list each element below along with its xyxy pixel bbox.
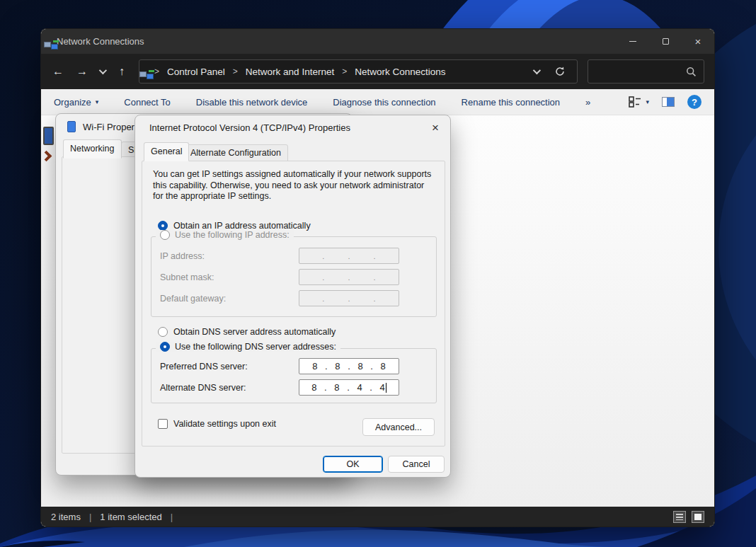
toolbar-overflow-button[interactable]: » [585,97,590,108]
cancel-button[interactable]: Cancel [388,456,445,473]
radio-obtain-ip[interactable] [158,221,168,231]
ip-address-label: IP address: [160,251,205,261]
icons-view-icon [694,514,701,520]
help-button[interactable]: ? [687,95,701,109]
validate-checkbox[interactable] [158,419,168,429]
preferred-dns-label: Preferred DNS server: [160,362,248,372]
view-caret-icon: ▾ [646,98,649,105]
change-view-button[interactable]: ▾ [629,96,649,108]
preferred-dns-field[interactable]: 8 . 8 . 8 . 8 [299,358,399,374]
icons-view-button[interactable] [692,511,704,523]
radio-obtain-ip-label: Obtain an IP address automatically [173,221,311,231]
search-icon [686,67,697,77]
address-dropdown-chevron-icon[interactable] [533,67,541,74]
radio-use-ip-label: Use the following IP address: [175,230,290,240]
preferred-dns-value: 8 . 8 . 8 . 8 [312,361,385,372]
close-button[interactable]: × [682,29,714,54]
radio-use-ip[interactable] [160,230,170,240]
radio-use-dns-label: Use the following DNS server addresses: [175,342,336,352]
view-options-icon [629,96,641,108]
breadcrumb-separator: > [231,67,240,76]
default-gateway-field: . . . [299,290,399,306]
status-separator: | [89,512,91,522]
details-view-button[interactable] [673,511,686,523]
disconnected-x-icon-fragment [41,151,52,162]
breadcrumb-network-and-internet[interactable]: Network and Internet [246,67,334,77]
items-count: 2 items [51,512,81,522]
default-gateway-label: Default gateway: [160,294,226,304]
use-dns-group: Use the following DNS server addresses: … [151,348,437,403]
preview-pane-button[interactable] [662,97,675,107]
network-item-icon-fragment [43,127,54,145]
tab-networking[interactable]: Networking [63,139,122,159]
breadcrumb-control-panel[interactable]: Control Panel [167,67,225,77]
command-toolbar: Organize ▾ Connect To Disable this netwo… [41,89,714,115]
ip-address-field: . . . [299,248,399,264]
up-button[interactable]: ↑ [115,65,129,78]
use-ip-group: Use the following IP address: IP address… [151,236,437,317]
forward-button[interactable]: → [75,65,89,78]
window-title: Network Connections [57,36,144,47]
alternate-dns-value: 8 . 8 . 4 . 4 [311,382,384,393]
radio-use-dns[interactable] [160,342,170,352]
subnet-mask-label: Subnet mask: [160,272,214,282]
refresh-icon[interactable] [554,66,566,77]
details-view-icon [676,514,683,520]
validate-label: Validate settings upon exit [173,419,276,429]
alternate-dns-field[interactable]: 8 . 8 . 4 . 4 [299,379,399,396]
organize-label: Organize [54,97,91,108]
close-icon: × [695,36,701,47]
minimize-icon [629,41,636,42]
advanced-button[interactable]: Advanced... [362,418,435,436]
organize-menu[interactable]: Organize ▾ [54,97,98,108]
intro-text: You can get IP settings assigned automat… [153,169,432,202]
ipv4-properties-dialog: Internet Protocol Version 4 (TCP/IPv4) P… [134,115,451,478]
rename-connection-command[interactable]: Rename this connection [462,97,560,108]
diagnose-connection-command[interactable]: Diagnose this connection [333,97,435,108]
radio-obtain-dns-label: Obtain DNS server address automatically [173,327,336,337]
organize-caret-icon: ▾ [96,98,99,105]
recent-locations-chevron-icon[interactable] [99,67,107,74]
back-button[interactable]: ← [51,65,65,78]
status-bar: 2 items | 1 item selected | [41,507,714,526]
navigation-bar: ← → ↑ > Control Panel > Network and Inte… [41,54,714,89]
connect-to-command[interactable]: Connect To [124,97,171,108]
breadcrumb-separator: > [340,67,349,76]
tab-general[interactable]: General [144,142,189,161]
search-input[interactable] [588,59,704,84]
ok-button[interactable]: OK [323,456,383,473]
subnet-mask-field: . . . [299,269,399,285]
titlebar[interactable]: Network Connections × [41,29,714,54]
ipv4-dialog-title: Internet Protocol Version 4 (TCP/IPv4) P… [149,122,350,133]
breadcrumb-network-connections[interactable]: Network Connections [355,67,445,77]
alternate-dns-label: Alternate DNS server: [160,383,246,393]
radio-obtain-dns[interactable] [158,327,168,337]
tab-alternate-configuration[interactable]: Alternate Configuration [183,144,288,161]
maximize-icon [663,38,669,45]
maximize-button[interactable] [649,29,682,54]
wifi-adapter-icon [67,121,76,132]
minimize-button[interactable] [617,29,649,54]
disable-device-command[interactable]: Disable this network device [196,97,308,108]
dialog-close-icon[interactable]: × [432,121,439,135]
selected-count: 1 item selected [100,512,161,522]
address-bar[interactable]: > Control Panel > Network and Internet >… [139,59,578,84]
status-separator: | [171,512,173,522]
text-caret [386,383,386,393]
